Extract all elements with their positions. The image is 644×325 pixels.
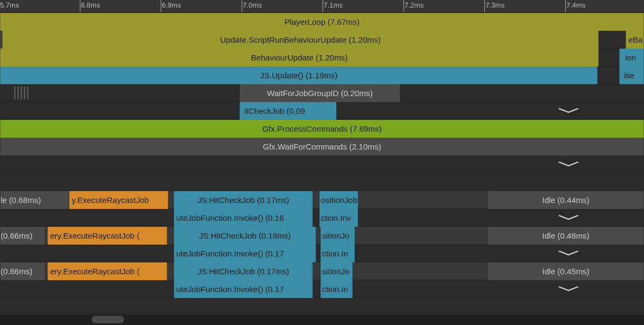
profiler-bar-idle[interactable]: Idle (0.45ms) [488,262,644,280]
profiler-bar-gfxprocess[interactable]: Gfx.ProcessCommands (7.69ms) [0,120,644,138]
ruler-tick: 7.2ms [405,1,423,9]
profiler-sliver-group[interactable] [14,86,29,99]
timeline-row[interactable]: uteJobFunction.Invoke() (0.17 ction.In [0,245,644,262]
chevron-down-icon[interactable] [558,247,579,259]
timeline-row[interactable]: PlayerLoop (7.67ms) [0,13,644,31]
profiler-bar-sliver[interactable] [355,280,368,298]
chevron-down-icon[interactable] [558,158,579,170]
timeline-row[interactable]: Gfx.WaitForCommands (2.10ms) [0,138,644,155]
profiler-bar-sliver[interactable] [605,49,607,66]
profiler-bar-raycast[interactable]: y.ExecuteRaycastJob [69,191,168,209]
profiler-bar-position[interactable]: sitionJo [320,262,353,280]
profiler-bar-invoke[interactable]: uteJobFunction.Invoke() (0.17 [174,280,313,298]
profiler-bar-sliver[interactable] [357,227,373,245]
chevron-down-icon[interactable] [558,283,579,294]
profiler-bar-idle[interactable]: le (0.68ms) [0,191,69,209]
profiler-bar-eba[interactable]: eBa [626,31,644,49]
profiler-bar-ion[interactable]: ion [619,49,644,66]
profiler-bar-sliver[interactable] [370,262,380,280]
timeline-row[interactable]: Gfx.ProcessCommands (7.69ms) [0,120,644,138]
profiler-bar-sliver[interactable] [360,209,386,227]
profiler-bar-invoke2[interactable]: ction.In [320,245,355,262]
profiler-bar-sliver[interactable] [208,84,211,99]
profiler-bar-hitcheck[interactable]: JS:HitCheckJob (0.17ms) [174,191,313,209]
profiler-bar-sliver[interactable] [382,280,389,298]
profiler-bar-sliver[interactable] [613,31,616,49]
timeline-row[interactable]: JS.Update() (1.19ms) itie [0,66,644,84]
timeline-row[interactable]: (0.66ms) ery.ExecuteRaycastJob ( JS:HitC… [0,262,644,280]
profiler-bar-raycast[interactable]: ery.ExecuteRaycastJob ( [47,262,167,280]
profiler-bar-sliver[interactable] [388,191,398,209]
profiler-bar-sliver[interactable] [632,84,638,102]
chevron-down-icon[interactable] [558,212,579,223]
ruler-tick: 7.1ms [324,1,342,9]
profiler-bar-position[interactable]: ositionJob [319,191,358,209]
profiler-bar-hitcheck[interactable]: JS:HitCheckJob (0.18ms) [174,227,316,245]
profiler-bar-sliver[interactable] [608,84,613,102]
profiler-bar-invoke[interactable]: uteJobFunction.Invoke() (0.17 [174,245,316,262]
profiler-bar-sliver[interactable] [603,31,607,49]
ruler-tick: 7.4ms [566,1,585,9]
profiler-bar-gfxwait[interactable]: Gfx.WaitForCommands (2.10ms) [0,138,644,155]
profiler-bar-idle[interactable]: Idle (0.48ms) [488,227,644,245]
scrollbar-thumb[interactable] [92,316,124,323]
profiler-bar-idle[interactable]: (0.66ms) [0,227,45,245]
timeline-row[interactable]: uteJobFunction.Invoke() (0.16 ction.Inv [0,209,644,227]
timeline-row[interactable]: WaitForJobGroupID (0.20ms) [0,84,644,102]
timeline-row[interactable]: Update.ScriptRunBehaviourUpdate (1.20ms)… [0,31,644,49]
profiler-bar-sliver[interactable] [608,49,618,66]
timeline-row[interactable]: BehaviourUpdate (1.20ms) ion [0,49,644,66]
profiler-bar-sliver[interactable] [360,191,386,209]
profiler-bar-sliver[interactable] [370,280,380,298]
profiler-bar-invoke2[interactable]: ction.In [320,280,353,298]
profiler-bar-sliver[interactable] [620,31,625,49]
timeline-row[interactable]: uteJobFunction.Invoke() (0.17 ction.In [0,280,644,298]
profiler-bar-sliver[interactable] [626,84,629,102]
profiler-bar-sliver[interactable] [357,245,373,262]
profiler-bar-playerloop[interactable]: PlayerLoop (7.67ms) [0,13,644,31]
profiler-bar-invoke[interactable]: uteJobFunction.Invoke() (0.16 [174,209,313,227]
profiler-bar-idle[interactable]: Idle (0.44ms) [488,191,644,209]
profiler-bar-sliver[interactable] [608,66,618,84]
profiler-bar-idle[interactable]: (0.66ms) [0,262,45,280]
profiler-bar-sliver[interactable] [382,262,389,280]
timeline-row[interactable]: (0.66ms) ery.ExecuteRaycastJob ( JS:HitC… [0,227,644,245]
chevron-down-icon[interactable] [558,105,579,116]
profiler-bar-sliver[interactable] [314,262,318,280]
profiler-bar-sliver[interactable] [600,66,603,84]
profiler-bar-sliver[interactable] [374,227,382,245]
timeline-row[interactable]: le (0.68ms) y.ExecuteRaycastJob JS:HitCh… [0,191,644,209]
profiler-bar-hitcheck[interactable]: itCheckJob (0.09 [239,102,337,120]
profiler-bar-waitjob[interactable]: WaitForJobGroupID (0.20ms) [239,84,400,102]
timeline-ruler[interactable]: 5.7ms 6.8ms 6.9ms 7.0ms 7.1ms 7.2ms 7.3m… [0,0,644,13]
timeline-row[interactable]: itCheckJob (0.09 [0,102,644,120]
profiler-bar-itie[interactable]: itie [619,66,644,84]
profiler-bar-sliver[interactable] [617,31,619,49]
horizontal-scrollbar[interactable] [0,314,644,325]
profiler-bar-jsupdate[interactable]: JS.Update() (1.19ms) [0,66,598,84]
profiler-bar-sliver[interactable] [355,262,368,280]
profiler-bar-scriptrun[interactable]: Update.ScriptRunBehaviourUpdate (1.20ms) [2,31,599,49]
profiler-bar-invoke2[interactable]: ction.Inv [319,209,358,227]
ruler-tick: 6.8ms [81,1,100,9]
ruler-tick: 7.3ms [485,1,504,9]
ruler-tick: 6.9ms [162,1,181,9]
profiler-bar-position[interactable]: sitionJo [320,227,355,245]
profiler-bar-sliver[interactable] [314,191,318,209]
profiler-bar-sliver[interactable] [600,49,604,66]
profiler-bar-hitcheck[interactable]: JS:HitCheckJob (0.17ms) [174,262,313,280]
profiler-bar-raycast[interactable]: ery.ExecuteRaycastJob ( [47,227,167,245]
ruler-tick: 5.7ms [0,1,19,9]
profiler-bar-behaviourupdate[interactable]: BehaviourUpdate (1.20ms) [0,49,599,66]
profiler-bar-sliver[interactable] [608,31,612,49]
timeline-row[interactable] [0,155,644,173]
ruler-tick: 7.0ms [243,1,262,9]
